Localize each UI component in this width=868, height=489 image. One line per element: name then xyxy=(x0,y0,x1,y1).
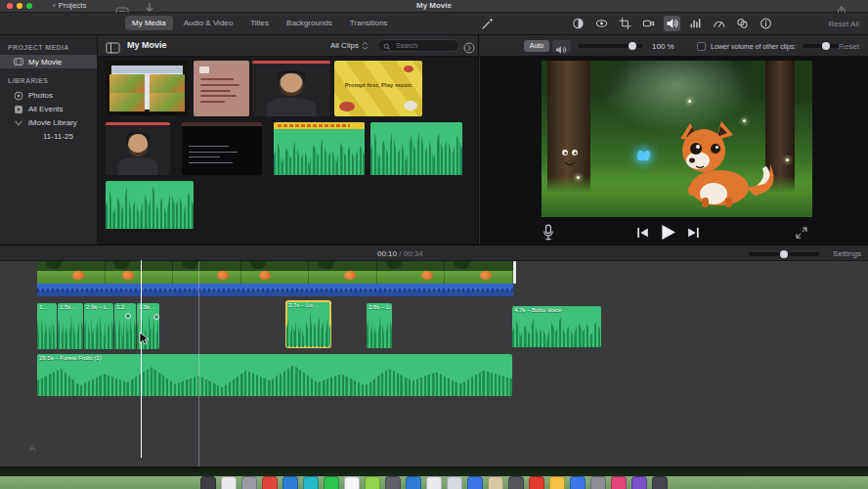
video-clip-filmstrip[interactable] xyxy=(37,261,513,284)
titlebar: ‹Projects My Movie xyxy=(0,0,868,13)
stabilization-icon[interactable] xyxy=(640,16,657,31)
microphone-icon[interactable] xyxy=(542,224,554,240)
audio-clip[interactable]: 1… xyxy=(37,303,57,349)
dock-app-icon[interactable] xyxy=(488,476,503,489)
dock-app-icon[interactable] xyxy=(200,476,216,489)
dock-app-icon[interactable] xyxy=(570,476,586,489)
tab-my-media[interactable]: My Media xyxy=(125,16,173,30)
dock-app-icon[interactable] xyxy=(467,476,483,489)
lower-volume-checkbox[interactable] xyxy=(697,42,706,51)
dock-app-icon[interactable] xyxy=(303,476,319,489)
share-icon[interactable] xyxy=(837,2,846,11)
media-thumbnail-promo[interactable]: Prompt first, Play music xyxy=(334,61,422,116)
music-clip[interactable]: 29.5s – Forest Frolic (1) xyxy=(37,354,512,396)
dock-app-icon[interactable] xyxy=(406,476,421,489)
timeline-settings-button[interactable]: Settings xyxy=(833,249,861,258)
media-thumbnail-fox-grid[interactable] xyxy=(106,61,189,116)
dock-app-icon[interactable] xyxy=(611,476,627,489)
waveform-graphic xyxy=(512,314,601,347)
video-audio-band[interactable] xyxy=(37,284,513,296)
project-media-heading: PROJECT MEDIA xyxy=(8,44,97,51)
play-button[interactable] xyxy=(659,223,677,240)
timeline-zoom-slider[interactable] xyxy=(749,252,819,256)
media-thumbnail-presenter-2[interactable] xyxy=(106,122,170,175)
dock-app-icon[interactable] xyxy=(549,476,565,489)
volume-slider[interactable] xyxy=(578,44,642,48)
media-thumbnail-presenter[interactable] xyxy=(252,61,330,116)
tab-audio-video[interactable]: Audio & Video xyxy=(177,16,240,30)
skip-back-button[interactable] xyxy=(636,225,650,238)
playhead[interactable] xyxy=(141,260,142,458)
dock-app-icon[interactable] xyxy=(324,476,339,489)
filmstrip-frame xyxy=(173,261,241,284)
tree-face-graphic xyxy=(559,147,581,172)
sidebar-item-11-11-25[interactable]: 11-11-25 xyxy=(0,129,97,143)
reset-all-button[interactable]: Reset All xyxy=(828,20,859,28)
filmstrip-frame xyxy=(445,261,513,284)
dock-app-icon[interactable] xyxy=(529,476,544,489)
mouse-cursor xyxy=(139,332,149,345)
sidebar-item-imovie-library[interactable]: iMovie Library xyxy=(0,115,97,129)
tab-backgrounds[interactable]: Backgrounds xyxy=(280,16,339,30)
color-balance-icon[interactable] xyxy=(570,16,586,31)
dock-app-icon[interactable] xyxy=(385,476,401,489)
search-input[interactable] xyxy=(394,41,454,50)
search-field[interactable] xyxy=(377,39,459,52)
auto-volume-button[interactable]: Auto xyxy=(524,40,549,52)
volume-keyframe[interactable] xyxy=(125,313,131,319)
dock-app-icon[interactable] xyxy=(282,476,298,489)
audio-clip[interactable]: 1.5s… xyxy=(58,303,83,349)
sidebar-toggle-icon[interactable] xyxy=(106,40,120,52)
clip-end-handle[interactable] xyxy=(513,261,516,284)
sidebar-item-all-events[interactable]: All Events xyxy=(0,102,97,115)
speed-icon[interactable] xyxy=(711,16,727,31)
volume-reset-button[interactable]: Reset xyxy=(839,42,859,51)
audio-clip[interactable]: 2.7s – Lu… xyxy=(286,301,330,347)
dock-app-icon[interactable] xyxy=(590,476,606,489)
dock-app-icon[interactable] xyxy=(426,476,442,489)
dock-app-icon[interactable] xyxy=(262,476,278,489)
sidebar-item-my-movie[interactable]: My Movie xyxy=(0,55,97,68)
dock-app-icon[interactable] xyxy=(631,476,647,489)
clip-filter-icon[interactable] xyxy=(734,16,751,31)
media-thumbnail-audio-waveform[interactable] xyxy=(370,122,462,175)
dock-app-icon[interactable] xyxy=(652,476,668,489)
skip-forward-button[interactable] xyxy=(686,225,700,238)
tab-transitions[interactable]: Transitions xyxy=(343,16,395,30)
media-thumbnail-document[interactable] xyxy=(194,61,249,116)
dock-app-icon[interactable] xyxy=(365,476,380,489)
stray-glyph: A xyxy=(29,443,35,453)
crop-icon[interactable] xyxy=(617,16,633,31)
dock-app-icon[interactable] xyxy=(508,476,524,489)
libraries-heading: LIBRARIES xyxy=(8,77,97,84)
audio-clip[interactable]: 4.7s – Bobo Voice xyxy=(512,306,601,347)
timecode: 00:10 / 00:34 xyxy=(377,249,423,258)
media-thumbnail-audio-waveform-2[interactable] xyxy=(106,181,194,229)
fullscreen-icon[interactable] xyxy=(796,225,807,237)
dock-app-icon[interactable] xyxy=(241,476,257,489)
clip-label: 1.2… xyxy=(116,304,135,310)
dock-app-icon[interactable] xyxy=(447,476,462,489)
media-thumbnail-audio-labeled[interactable] xyxy=(274,122,365,175)
color-correction-icon[interactable] xyxy=(593,16,610,31)
enhance-wand-icon[interactable] xyxy=(481,17,495,30)
tab-titles[interactable]: Titles xyxy=(243,16,276,30)
clip-label: 4.7s – Bobo Voice xyxy=(514,307,600,313)
media-browser-title: My Movie xyxy=(127,40,167,50)
sidebar-item-photos[interactable]: Photos xyxy=(0,88,97,102)
dock-app-icon[interactable] xyxy=(221,476,237,489)
speaker-icon xyxy=(555,41,568,58)
clip-filter-dropdown[interactable]: All Clips xyxy=(330,41,369,50)
clip-size-arrow-icon[interactable] xyxy=(463,40,475,52)
volume-keyframe[interactable] xyxy=(153,314,159,320)
info-icon[interactable] xyxy=(758,16,774,31)
media-thumbnail-terminal[interactable] xyxy=(182,122,262,175)
mute-button[interactable] xyxy=(552,40,571,52)
volume-icon[interactable] xyxy=(664,16,680,31)
dock-app-icon[interactable] xyxy=(344,476,360,489)
noise-reduction-icon[interactable] xyxy=(687,16,704,31)
clip-label: 1.9s… xyxy=(139,304,158,310)
audio-clip[interactable]: 1.2… xyxy=(114,303,136,349)
audio-clip[interactable]: 2.6s – Lu… xyxy=(367,303,392,348)
audio-clip[interactable]: 2.9s – L… xyxy=(84,303,113,349)
